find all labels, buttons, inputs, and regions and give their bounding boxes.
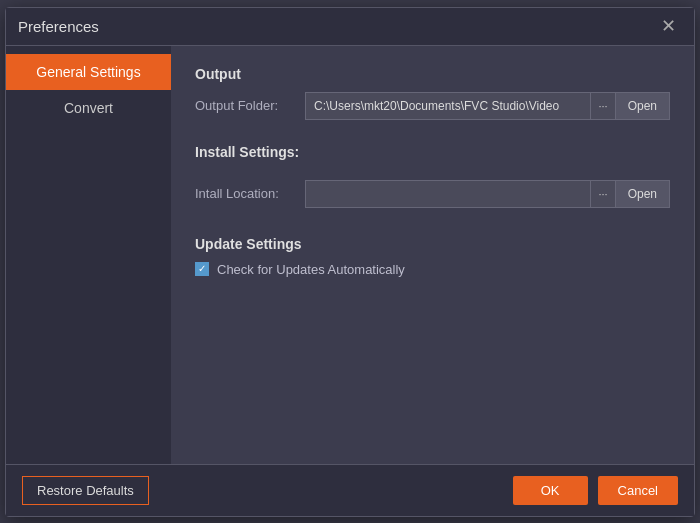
update-section: Update Settings ✓ Check for Updates Auto… [195, 236, 670, 277]
main-panel: Output Output Folder: ··· Open Install S… [171, 46, 694, 464]
ok-button[interactable]: OK [513, 476, 588, 505]
install-section: Install Settings: [195, 144, 670, 170]
footer: Restore Defaults OK Cancel [6, 464, 694, 516]
title-bar: Preferences ✕ [6, 8, 694, 46]
close-button[interactable]: ✕ [655, 15, 682, 37]
sidebar-item-general-settings[interactable]: General Settings [6, 54, 171, 90]
check-updates-label: Check for Updates Automatically [217, 262, 405, 277]
output-folder-input[interactable] [305, 92, 590, 120]
sidebar: General Settings Convert [6, 46, 171, 464]
install-location-label: Intall Location: [195, 186, 305, 201]
footer-buttons: OK Cancel [513, 476, 678, 505]
content-area: General Settings Convert Output Output F… [6, 46, 694, 464]
preferences-dialog: Preferences ✕ General Settings Convert O… [5, 7, 695, 517]
cancel-button[interactable]: Cancel [598, 476, 678, 505]
output-open-button[interactable]: Open [615, 92, 670, 120]
restore-defaults-button[interactable]: Restore Defaults [22, 476, 149, 505]
check-updates-row: ✓ Check for Updates Automatically [195, 262, 670, 277]
checkmark-icon: ✓ [198, 264, 206, 274]
install-location-input[interactable] [305, 180, 590, 208]
install-section-title: Install Settings: [195, 144, 670, 160]
install-open-button[interactable]: Open [615, 180, 670, 208]
install-browse-button[interactable]: ··· [590, 180, 614, 208]
update-section-title: Update Settings [195, 236, 670, 252]
install-location-row: Intall Location: ··· Open [195, 180, 670, 208]
output-folder-label: Output Folder: [195, 98, 305, 113]
sidebar-item-convert[interactable]: Convert [6, 90, 171, 126]
check-updates-checkbox[interactable]: ✓ [195, 262, 209, 276]
output-browse-button[interactable]: ··· [590, 92, 614, 120]
dialog-title: Preferences [18, 18, 99, 35]
output-folder-row: Output Folder: ··· Open [195, 92, 670, 120]
output-section-title: Output [195, 66, 670, 82]
